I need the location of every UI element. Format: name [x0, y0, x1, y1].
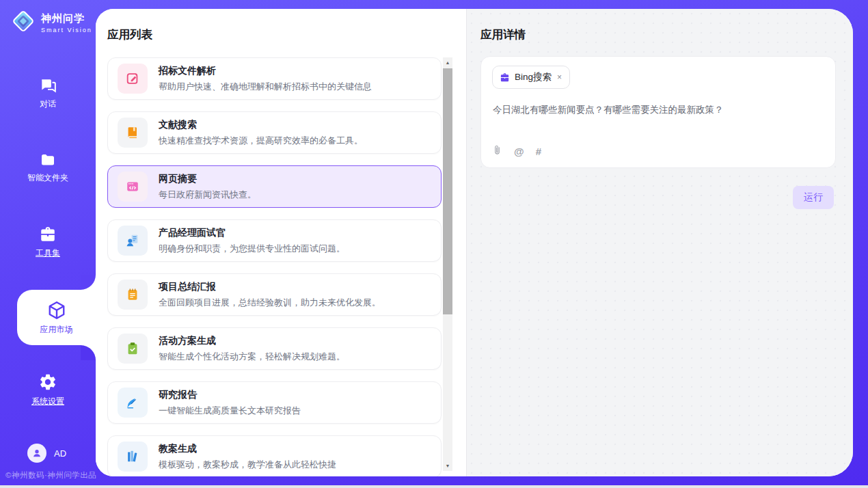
scrollbar-up-arrow[interactable]: ▲ [443, 57, 452, 68]
page-bottom-edge [0, 485, 868, 488]
query-input-card[interactable]: Bing搜索 × 今日湖北有哪些新闻要点？有哪些需要关注的最新政策？ @ # [480, 56, 836, 168]
notepad-icon [118, 280, 148, 310]
brand-logo: 神州问学 Smart Vision [11, 9, 92, 36]
sidebar-item-label: 工具集 [0, 247, 96, 259]
app-description: 快速精准查找学术资源，提高研究效率的必备工具。 [159, 135, 363, 147]
app-name: 研究报告 [159, 389, 301, 401]
tool-chip-label: Bing搜索 [515, 71, 552, 83]
app-list-title: 应用列表 [107, 27, 152, 42]
briefcase-icon [38, 226, 57, 243]
sidebar-item-chat[interactable]: 对话 [0, 77, 96, 110]
app-name: 产品经理面试官 [159, 227, 345, 239]
run-button[interactable]: 运行 [793, 186, 834, 209]
sidebar: 神州问学 Smart Vision 对话 智能文件夹 工具集 应用市场 [0, 0, 96, 485]
app-card-bid-parsing[interactable]: 招标文件解析 帮助用户快速、准确地理解和解析招标书中的关键信息 [107, 57, 442, 100]
webpage-code-icon [118, 172, 148, 202]
app-card-webpage-summary[interactable]: 网页摘要 每日政府新闻资讯快查。 [107, 165, 442, 208]
app-description: 明确身份和职责，为您提供专业性的面试问题。 [159, 243, 345, 255]
app-name: 项目总结汇报 [159, 281, 381, 293]
main-content: 应用列表 招标文件解析 帮助用户快速、准确地理解和解析招标书中的关键信息 [96, 9, 853, 476]
app-list: 招标文件解析 帮助用户快速、准确地理解和解析招标书中的关键信息 文献搜索 快速精… [107, 57, 442, 476]
app-description: 智能生成个性化活动方案，轻松解决规划难题。 [159, 351, 345, 363]
app-name: 文献搜索 [159, 119, 363, 131]
brand-subtitle: Smart Vision [41, 27, 92, 33]
sidebar-item-label: 对话 [0, 98, 96, 110]
app-card-literature-search[interactable]: 文献搜索 快速精准查找学术资源，提高研究效率的必备工具。 [107, 111, 442, 154]
quill-icon [118, 388, 148, 418]
scrollbar-thumb[interactable] [443, 68, 452, 314]
person-icon [31, 448, 42, 459]
app-name: 招标文件解析 [159, 65, 372, 77]
user-account[interactable]: AD [27, 444, 66, 463]
sidebar-item-label: 系统设置 [0, 396, 96, 407]
bubble-notch [81, 275, 96, 290]
diamond-logo-icon [11, 9, 36, 36]
close-icon[interactable]: × [556, 72, 562, 82]
books-icon [118, 442, 148, 472]
app-card-research-report[interactable]: 研究报告 一键智能生成高质量长文本研究报告 [107, 381, 442, 424]
app-card-event-plan[interactable]: 活动方案生成 智能生成个性化活动方案，轻松解决规划难题。 [107, 327, 442, 370]
app-detail-title: 应用详情 [480, 27, 526, 42]
chat-icon [38, 77, 57, 94]
app-name: 教案生成 [159, 443, 336, 455]
app-description: 全面回顾项目进展，总结经验教训，助力未来优化发展。 [159, 297, 381, 309]
app-description: 帮助用户快速、准确地理解和解析招标书中的关键信息 [159, 81, 372, 93]
app-description: 一键智能生成高质量长文本研究报告 [159, 405, 301, 417]
book-icon [118, 118, 148, 148]
app-card-pm-interviewer[interactable]: 产品经理面试官 明确身份和职责，为您提供专业性的面试问题。 [107, 219, 442, 262]
sidebar-item-smart-folder[interactable]: 智能文件夹 [0, 152, 96, 184]
at-icon[interactable]: @ [514, 146, 524, 157]
sidebar-item-toolset[interactable]: 工具集 [0, 226, 96, 259]
app-detail-panel: 应用详情 Bing搜索 × 今日湖北有哪些新闻要点？有哪些需要关注的最新政策？ … [466, 9, 853, 476]
hash-icon[interactable]: # [536, 146, 541, 157]
gear-icon [38, 372, 57, 392]
avatar [27, 444, 46, 463]
clipboard-check-icon [118, 334, 148, 364]
app-name: 网页摘要 [159, 173, 256, 185]
interviewer-icon [118, 226, 148, 256]
tool-chip-bing-search[interactable]: Bing搜索 × [492, 66, 570, 89]
app-list-panel: 应用列表 招标文件解析 帮助用户快速、准确地理解和解析招标书中的关键信息 [96, 9, 466, 476]
app-list-scrollbar[interactable]: ▲ ▼ [443, 57, 452, 471]
bubble-notch [81, 345, 96, 360]
query-textarea[interactable]: 今日湖北有哪些新闻要点？有哪些需要关注的最新政策？ [493, 103, 824, 117]
sidebar-item-settings[interactable]: 系统设置 [0, 372, 96, 407]
brand-name: 神州问学 [41, 12, 92, 25]
cube-icon [46, 300, 67, 321]
edit-document-icon [118, 64, 148, 94]
sidebar-item-app-market[interactable]: 应用市场 [17, 290, 96, 345]
briefcase-icon [500, 72, 510, 83]
sidebar-item-label: 应用市场 [40, 324, 73, 336]
folder-icon [38, 152, 57, 168]
paperclip-icon[interactable] [492, 144, 502, 159]
user-initials: AD [54, 448, 66, 459]
sidebar-item-label: 智能文件夹 [0, 172, 96, 184]
app-description: 每日政府新闻资讯快查。 [159, 189, 256, 201]
app-card-project-summary[interactable]: 项目总结汇报 全面回顾项目进展，总结经验教训，助力未来优化发展。 [107, 273, 442, 316]
copyright-footer: ©神州数码·神州问学出品 [5, 470, 96, 480]
app-card-lesson-plan[interactable]: 教案生成 模板驱动，教案秒成，教学准备从此轻松快捷 [107, 435, 442, 476]
attachment-toolbar: @ # [492, 144, 541, 159]
app-name: 活动方案生成 [159, 335, 345, 347]
app-description: 模板驱动，教案秒成，教学准备从此轻松快捷 [159, 459, 336, 471]
scrollbar-down-arrow[interactable]: ▼ [443, 461, 452, 471]
